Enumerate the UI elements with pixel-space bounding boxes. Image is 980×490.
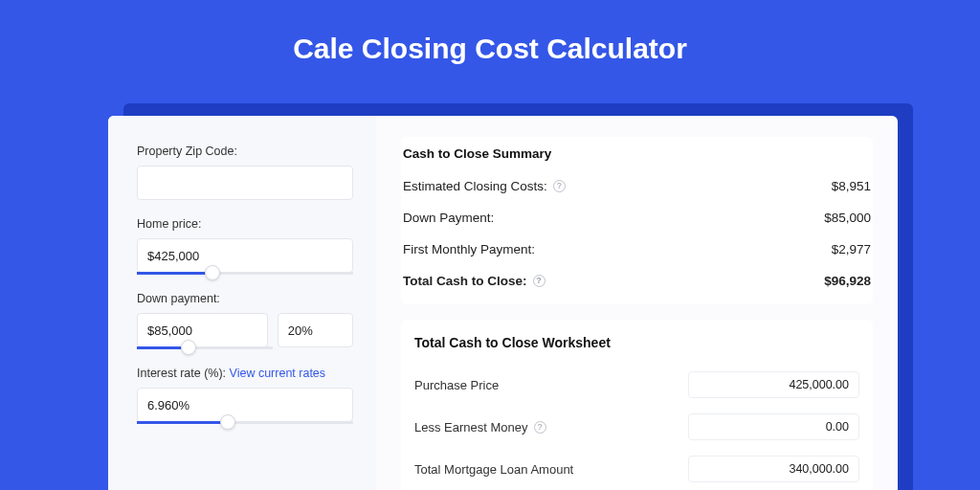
field-zip: Property Zip Code: [137,145,353,200]
down-payment-label: Down payment: [137,292,353,305]
summary-row-label: Total Cash to Close: [403,274,527,288]
help-icon[interactable]: ? [553,180,566,192]
summary-row: First Monthly Payment: $2,977 [401,234,873,265]
down-payment-input[interactable] [137,313,268,347]
down-payment-slider[interactable] [137,346,273,349]
calculator-card: Property Zip Code: Home price: Down paym… [108,116,898,490]
worksheet-row-label: Purchase Price [414,378,499,392]
page-title: Cale Closing Cost Calculator [0,0,980,90]
slider-thumb[interactable] [181,340,196,355]
interest-label-text: Interest rate (%): [137,367,230,380]
worksheet-section: Total Cash to Close Worksheet Purchase P… [401,320,873,490]
home-price-label: Home price: [137,217,353,231]
slider-fill [137,272,212,275]
home-price-slider[interactable] [137,272,353,275]
summary-row-value: $8,951 [832,179,871,193]
summary-row-label: Estimated Closing Costs: [403,179,547,193]
results-panel: Cash to Close Summary Estimated Closing … [376,116,898,490]
worksheet-heading: Total Cash to Close Worksheet [414,335,859,350]
slider-thumb[interactable] [220,414,235,430]
summary-section: Cash to Close Summary Estimated Closing … [401,137,873,304]
worksheet-row-label: Less Earnest Money [414,420,528,434]
home-price-input[interactable] [137,238,353,273]
summary-row-value: $2,977 [832,242,871,256]
worksheet-row-input[interactable] [688,456,859,482]
summary-heading: Cash to Close Summary [401,141,873,170]
inputs-sidebar: Property Zip Code: Home price: Down paym… [108,116,376,490]
field-interest-rate: Interest rate (%): View current rates [137,367,353,424]
interest-label: Interest rate (%): View current rates [137,367,353,380]
summary-row: Down Payment: $85,000 [401,202,873,234]
worksheet-row-label: Total Mortgage Loan Amount [414,462,573,477]
field-down-payment: Down payment: [137,292,353,349]
help-icon[interactable]: ? [533,275,546,287]
view-rates-link[interactable]: View current rates [230,367,326,380]
help-icon[interactable]: ? [534,421,546,434]
zip-label: Property Zip Code: [137,145,353,158]
interest-rate-input[interactable] [137,388,353,422]
summary-row-total: Total Cash to Close: ? $96,928 [401,265,873,297]
worksheet-row-input[interactable] [688,413,859,440]
zip-input[interactable] [137,166,353,200]
field-home-price: Home price: [137,217,353,275]
worksheet-row: Total Mortgage Loan Amount [414,448,859,490]
down-payment-pct-input[interactable] [278,313,353,347]
worksheet-row: Purchase Price [414,364,859,406]
interest-slider[interactable] [137,421,353,424]
summary-row-value: $85,000 [824,211,871,225]
worksheet-row: Less Earnest Money ? [414,406,859,448]
summary-row-label: First Monthly Payment: [403,242,535,256]
summary-row-value: $96,928 [824,274,871,288]
summary-row: Estimated Closing Costs: ? $8,951 [401,170,873,202]
worksheet-row-input[interactable] [688,371,859,398]
summary-row-label: Down Payment: [403,211,494,225]
slider-fill [137,421,228,424]
slider-thumb[interactable] [205,265,220,280]
